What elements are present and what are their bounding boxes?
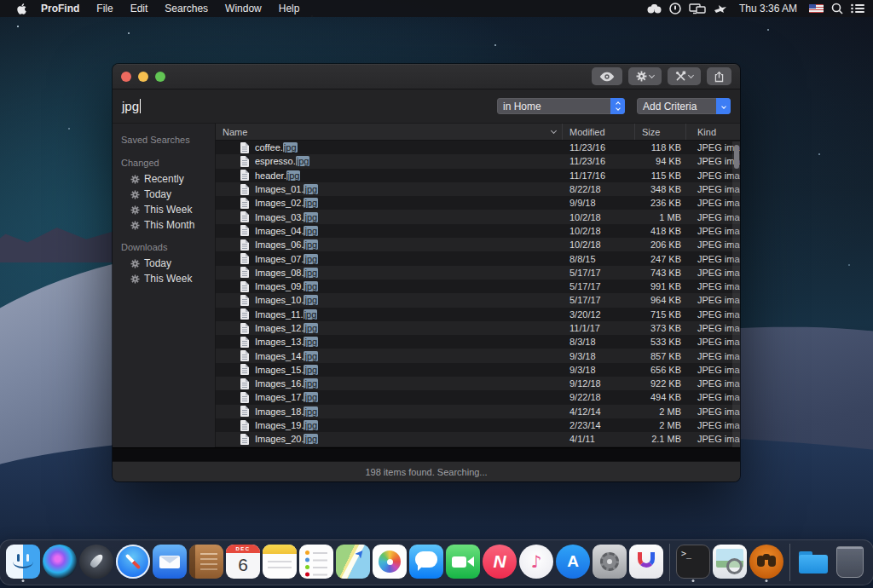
preview-toggle-button[interactable]	[592, 67, 622, 85]
popup-stepper-icon	[610, 98, 625, 114]
tools-menu-button[interactable]	[668, 67, 701, 85]
file-row[interactable]: Images_01.jpg8/22/18348 KBJPEG image	[216, 182, 740, 196]
column-header-modified[interactable]: Modified	[563, 124, 635, 140]
calendar-icon: DEC6	[226, 545, 260, 579]
file-row[interactable]: coffee.jpg11/23/16118 KBJPEG image	[216, 141, 740, 154]
menu-profind[interactable]: ProFind	[32, 0, 88, 17]
dock-item-downloads[interactable]	[795, 543, 831, 582]
add-criteria-popup[interactable]: Add Criteria	[637, 98, 731, 114]
file-row[interactable]: Images_06.jpg10/2/18206 KBJPEG image	[216, 238, 740, 251]
file-row[interactable]: Images_18.jpg4/12/142 MBJPEG image	[216, 405, 740, 418]
menu-help[interactable]: Help	[270, 0, 309, 17]
match-highlight: jpg	[304, 337, 318, 347]
title-bar[interactable]	[113, 64, 740, 89]
column-header-name[interactable]: Name	[216, 124, 563, 140]
dock-item-finder[interactable]	[5, 543, 41, 582]
minimize-button[interactable]	[138, 72, 148, 82]
spotlight-search-icon[interactable]	[831, 0, 843, 17]
close-button[interactable]	[121, 72, 131, 82]
cell-size: 715 KB	[635, 309, 686, 320]
dock-item-magnet[interactable]	[628, 543, 664, 582]
sidebar-item-label: This Week	[144, 273, 192, 285]
dock-item-trash[interactable]	[832, 543, 868, 582]
cell-modified: 10/2/18	[563, 212, 635, 222]
bird-icon[interactable]	[714, 0, 727, 17]
file-row[interactable]: Images_16.jpg9/12/18922 KBJPEG image	[216, 377, 740, 390]
dock-item-facetime[interactable]	[445, 543, 481, 582]
file-row[interactable]: Images_19.jpg2/23/142 MBJPEG image	[216, 418, 740, 432]
file-row[interactable]: espresso.jpg11/23/1694 KBJPEG image	[216, 154, 740, 168]
file-row[interactable]: Images_03.jpg10/2/181 MBJPEG image	[216, 210, 740, 223]
file-row[interactable]: Images_13.jpg8/3/18533 KBJPEG image	[216, 335, 740, 349]
zoom-button[interactable]	[155, 72, 165, 82]
running-indicator	[766, 579, 768, 582]
file-row[interactable]: Images_10.jpg5/17/17964 KBJPEG image	[216, 293, 740, 307]
menubar-clock[interactable]: Thu 3:36 AM	[735, 3, 801, 14]
file-row[interactable]: Images_17.jpg9/22/18494 KBJPEG image	[216, 390, 740, 404]
file-row[interactable]: Images_14.jpg9/3/18857 KBJPEG image	[216, 349, 740, 362]
file-row[interactable]: Images_09.jpg5/17/17991 KBJPEG image	[216, 280, 740, 293]
menu-file[interactable]: File	[88, 0, 121, 17]
file-row[interactable]: Images_11.jpg3/20/12715 KBJPEG image	[216, 308, 740, 321]
dock-item-launchpad[interactable]	[78, 543, 114, 582]
file-name: Images_04.jpg	[255, 226, 318, 236]
dock-item-photos[interactable]	[372, 543, 408, 582]
cell-size: 236 KB	[635, 198, 686, 208]
menu-window[interactable]: Window	[217, 0, 270, 17]
apple-menu[interactable]	[10, 3, 32, 15]
itunes-icon: ♪	[519, 545, 553, 579]
dock-item-appstore[interactable]: A	[555, 543, 591, 582]
displays-icon[interactable]	[689, 0, 706, 17]
column-header-size[interactable]: Size	[635, 124, 686, 140]
sidebar-item-today[interactable]: Today	[113, 256, 215, 271]
file-row[interactable]: Images_08.jpg5/17/17743 KBJPEG image	[216, 266, 740, 280]
dock-item-preview[interactable]	[712, 543, 748, 582]
dock-item-itunes[interactable]: ♪	[518, 543, 554, 582]
dock-item-contacts[interactable]	[188, 543, 224, 582]
dock-item-siri[interactable]	[42, 543, 78, 582]
dock-item-terminal[interactable]: >_	[675, 543, 711, 582]
dock-item-safari[interactable]	[115, 543, 151, 582]
dock-item-sysprefs[interactable]	[592, 543, 627, 582]
share-button[interactable]	[707, 67, 731, 85]
dock-item-reminders[interactable]	[298, 543, 334, 582]
vertical-scrollbar[interactable]	[732, 141, 740, 447]
news-icon: N	[483, 545, 517, 579]
file-name: coffee.jpg	[255, 142, 298, 153]
file-row[interactable]: Images_07.jpg8/8/15247 KBJPEG image	[216, 251, 740, 265]
scope-popup[interactable]: in Home	[497, 98, 625, 114]
sidebar-item-today[interactable]: Today	[113, 187, 215, 202]
sidebar-item-this-week[interactable]: This Week	[113, 271, 215, 286]
dock-item-profind[interactable]	[749, 543, 784, 582]
cell-modified: 11/23/16	[563, 142, 635, 153]
search-input[interactable]: jpg	[122, 99, 292, 113]
dock-item-calendar[interactable]: DEC6	[225, 543, 261, 582]
dock-item-maps[interactable]	[335, 543, 371, 582]
sidebar-item-recently[interactable]: Recently	[113, 171, 215, 187]
file-row[interactable]: Images_04.jpg10/2/18418 KBJPEG image	[216, 224, 740, 238]
column-header-kind[interactable]: Kind	[686, 124, 740, 140]
file-row[interactable]: Images_02.jpg9/9/18236 KBJPEG image	[216, 196, 740, 210]
calendar-month: DEC	[226, 545, 260, 553]
file-row[interactable]: Images_20.jpg4/1/112.1 MBJPEG image	[216, 432, 740, 446]
menu-edit[interactable]: Edit	[122, 0, 157, 17]
file-row[interactable]: Images_12.jpg11/1/17373 KBJPEG image	[216, 321, 740, 335]
binoculars-icon[interactable]	[647, 0, 662, 17]
sidebar-item-this-week[interactable]: This Week	[113, 202, 215, 217]
notification-center-icon[interactable]	[851, 0, 864, 17]
scrollbar-thumb[interactable]	[734, 145, 739, 169]
messages-icon	[409, 545, 443, 579]
flag-us-icon[interactable]	[809, 0, 824, 17]
menu-searches[interactable]: Searches	[156, 0, 217, 17]
dock-item-notes[interactable]	[262, 543, 298, 582]
dock-item-mail[interactable]	[152, 543, 188, 582]
file-row[interactable]: Images_15.jpg9/3/18656 KBJPEG image	[216, 363, 740, 377]
file-row[interactable]: header.jpg11/17/16115 KBJPEG image	[216, 169, 740, 182]
dock-item-messages[interactable]	[408, 543, 444, 582]
actions-menu-button[interactable]	[628, 67, 662, 85]
onepassword-icon[interactable]	[669, 0, 681, 17]
window-content: Saved Searches ChangedRecentlyTodayThis …	[113, 124, 740, 447]
sidebar-item-this-month[interactable]: This Month	[113, 217, 215, 233]
cell-name: Images_18.jpg	[216, 406, 563, 417]
dock-item-news[interactable]: N	[482, 543, 517, 582]
